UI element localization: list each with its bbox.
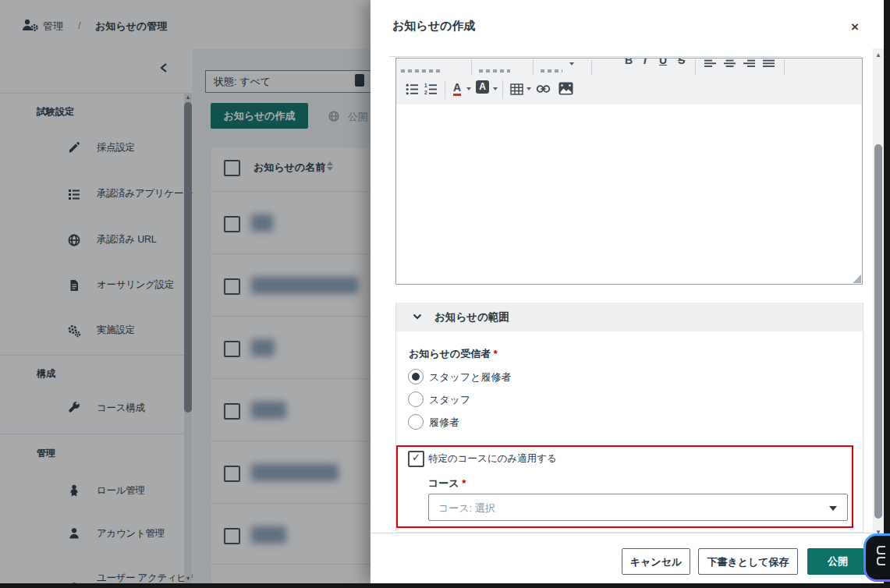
chevron-down-icon[interactable]	[466, 87, 471, 90]
align-right-icon[interactable]	[743, 58, 756, 67]
editor-content-area[interactable]	[396, 104, 862, 284]
bullet-list-icon[interactable]	[406, 83, 419, 96]
chevron-down-icon[interactable]	[493, 87, 498, 90]
app-window: 管理 / お知らせの管理 試験設定 採点設定 承認済みアプリケーション	[0, 0, 884, 583]
radio-option-learners[interactable]: 履修者	[408, 414, 642, 430]
svg-text:1: 1	[424, 83, 427, 88]
widget-glyph	[877, 546, 885, 554]
modal-title: お知らせの作成	[392, 19, 475, 34]
widget-glyph	[877, 557, 885, 565]
editor-toolbar-row1-clipped: B I U S	[396, 58, 862, 75]
assistant-widget-button[interactable]	[863, 533, 890, 582]
save-draft-button[interactable]: 下書きとして保存	[698, 548, 798, 575]
modal-backdrop[interactable]	[0, 0, 371, 583]
close-icon[interactable]: ×	[846, 19, 863, 36]
link-icon[interactable]	[536, 84, 549, 97]
underline-button[interactable]: U	[659, 58, 667, 66]
font-size-select[interactable]	[541, 69, 562, 73]
radio-icon[interactable]	[408, 391, 424, 407]
radio-icon[interactable]	[408, 369, 424, 384]
chevron-down-icon[interactable]	[527, 87, 531, 90]
scope-section-title: お知らせの範囲	[434, 310, 509, 324]
svg-text:2: 2	[424, 90, 427, 95]
chevron-down-icon	[569, 62, 574, 66]
cancel-button[interactable]: キャンセル	[622, 548, 690, 575]
bold-button[interactable]: B	[625, 58, 633, 66]
paragraph-style-select[interactable]	[401, 69, 440, 73]
create-announcement-modal: お知らせの作成 × B I U S	[371, 0, 884, 583]
numbered-list-icon[interactable]: 12	[424, 83, 438, 96]
required-asterisk: *	[494, 348, 498, 360]
image-icon[interactable]	[558, 82, 572, 95]
recipients-label: お知らせの受信者 *	[409, 347, 498, 361]
radio-option-staff-and-learners[interactable]: スタッフと履修者	[408, 369, 642, 384]
resize-handle[interactable]	[853, 275, 861, 283]
publish-button[interactable]: 公開	[807, 548, 868, 575]
radio-label: スタッフと履修者	[429, 370, 512, 384]
modal-scrollbar[interactable]: ▲ ▼	[873, 48, 884, 540]
align-left-icon[interactable]	[704, 58, 717, 67]
divider	[371, 533, 884, 533]
recipients-label-text: お知らせの受信者	[409, 348, 491, 360]
scroll-up-icon[interactable]: ▲	[873, 50, 884, 60]
strikethrough-button[interactable]: S	[678, 58, 685, 66]
divider	[389, 56, 861, 57]
align-justify-icon[interactable]	[763, 58, 775, 67]
align-center-icon[interactable]	[724, 58, 736, 67]
font-family-select[interactable]	[479, 69, 510, 73]
radio-icon[interactable]	[408, 414, 424, 430]
scrollbar-thumb[interactable]	[874, 144, 882, 519]
red-annotation-box	[396, 445, 853, 528]
scope-section-header[interactable]: お知らせの範囲	[396, 303, 863, 331]
radio-label: スタッフ	[429, 393, 470, 407]
italic-button[interactable]: I	[644, 58, 647, 66]
rich-text-editor: B I U S 12 A	[395, 58, 863, 285]
table-icon[interactable]	[510, 83, 523, 96]
radio-label: 履修者	[429, 416, 459, 430]
editor-toolbar-row2: 12 A A	[396, 75, 862, 105]
chevron-down-icon[interactable]	[413, 313, 422, 320]
text-color-icon[interactable]: A	[453, 81, 461, 96]
radio-option-staff[interactable]: スタッフ	[408, 391, 642, 407]
text-highlight-icon[interactable]: A	[476, 80, 489, 94]
